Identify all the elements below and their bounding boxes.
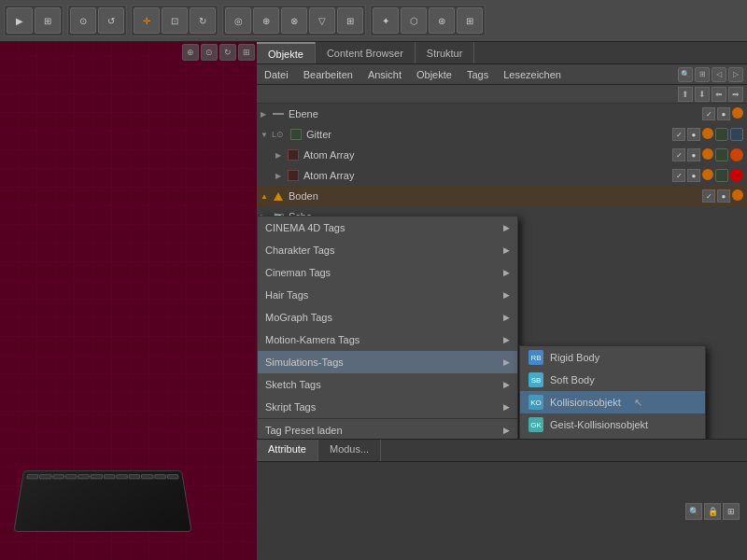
sub-kollisionsobjekt[interactable]: KO Kollisionsobjekt ↖: [520, 391, 705, 413]
search-icon-btn-1[interactable]: 🔍: [678, 67, 693, 82]
ctx-hair-tags[interactable]: Hair Tags ▶: [258, 284, 517, 306]
key: [52, 474, 64, 479]
obj-tag-aa2[interactable]: [715, 169, 728, 182]
obj-tag-aa1[interactable]: [715, 148, 728, 161]
obj-row-atomarray1[interactable]: ▶ Atom Array ✓ ●: [257, 145, 747, 165]
toolbar-btn-1[interactable]: ▶: [7, 7, 33, 34]
tab-struktur[interactable]: Struktur: [416, 42, 475, 63]
attr-tab-modus[interactable]: Modus...: [318, 440, 381, 461]
menu-objekte[interactable]: Objekte: [413, 67, 456, 82]
obj-tags-atomarray1: ✓ ●: [672, 148, 743, 161]
attr-toolbar: 🔍 🔒 ⊞: [685, 503, 740, 520]
attr-tab-bar: Attribute Modus...: [257, 440, 747, 462]
attr-tab-attribute[interactable]: Attribute: [257, 440, 318, 461]
ctx-mograph-tags[interactable]: MoGraph Tags ▶: [258, 306, 517, 329]
sub-soft-body[interactable]: SB Soft Body: [520, 369, 705, 391]
toolbar-btn-rotate[interactable]: ↻: [190, 7, 216, 34]
viewport-nav-btn-3[interactable]: ↻: [219, 44, 236, 61]
toolbar-btn-9[interactable]: ⊞: [337, 7, 363, 34]
menu-datei[interactable]: Datei: [261, 67, 292, 82]
toolbar-btn-11[interactable]: ⬡: [401, 7, 427, 34]
key: [116, 474, 128, 479]
ctx-arrow-6: ▶: [503, 357, 510, 367]
ko-icon-shape: KO: [529, 395, 543, 410]
viewport-nav-btn-4[interactable]: ⊞: [238, 44, 255, 61]
toolbar-btn-12[interactable]: ⊛: [429, 7, 455, 34]
ctx-sketch-tags[interactable]: Sketch Tags ▶: [258, 373, 517, 396]
obj-vis-gitter[interactable]: ●: [687, 128, 700, 141]
ctx-label-motion: Motion-Kamera Tags: [265, 334, 359, 345]
key: [26, 474, 38, 479]
nav-up-btn[interactable]: ⬆: [678, 87, 693, 102]
toolbar-btn-8[interactable]: ▽: [309, 7, 335, 34]
sub-rigid-body[interactable]: RB Rigid Body: [520, 346, 705, 369]
search-icon-btn-2[interactable]: ⊞: [695, 67, 710, 82]
toolbar-btn-3[interactable]: ⊙: [70, 7, 96, 34]
viewport-nav-btn-1[interactable]: ⊕: [182, 44, 199, 61]
obj-sphere-aa1: [730, 148, 743, 161]
ctx-charakter-tags[interactable]: Charakter Tags ▶: [258, 239, 517, 261]
ctx-arrow-2: ▶: [503, 268, 510, 277]
ctx-tag-preset[interactable]: Tag Preset laden ▶: [258, 418, 517, 439]
obj-check-boden[interactable]: ✓: [702, 189, 715, 203]
toolbar-btn-4[interactable]: ↺: [98, 7, 124, 34]
obj-vis-boden[interactable]: ●: [717, 189, 730, 203]
search-icon-btn-3[interactable]: ◁: [712, 67, 726, 82]
ctx-cineman-tags[interactable]: Cineman Tags ▶: [258, 261, 517, 284]
ctx-simulations-tags[interactable]: Simulations-Tags ▶: [258, 351, 517, 373]
menu-lesezeichen[interactable]: Lesezeichen: [500, 67, 565, 82]
menu-search-area: 🔍 ⊞ ◁ ▷: [678, 67, 743, 82]
obj-row-ebene[interactable]: ▶ Ebene ✓ ●: [257, 104, 747, 124]
tab-bar: Objekte Content Browser Struktur: [257, 42, 747, 64]
toolbar-btn-10[interactable]: ✦: [373, 7, 399, 34]
attr-toolbar-btn-3[interactable]: ⊞: [723, 503, 740, 520]
toolbar-btn-13[interactable]: ⊞: [457, 7, 483, 34]
sub-kleidung[interactable]: KL Kleidung: [520, 436, 705, 439]
obj-tags-boden: ✓ ●: [702, 189, 743, 203]
nav-right-btn[interactable]: ➡: [728, 87, 743, 102]
obj-tag3-gitter[interactable]: [730, 128, 743, 141]
obj-check-aa1[interactable]: ✓: [672, 148, 685, 161]
toolbar-group-4: ◎ ⊕ ⊗ ▽ ⊞: [222, 5, 366, 36]
attr-toolbar-btn-2[interactable]: 🔒: [704, 503, 721, 520]
obj-tag2-gitter[interactable]: [715, 128, 728, 141]
obj-check-aa2[interactable]: ✓: [672, 169, 685, 182]
ctx-arrow-9: ▶: [503, 426, 510, 435]
key: [103, 474, 115, 479]
obj-row-gitter[interactable]: ▼ L⊙ Gitter ✓ ●: [257, 124, 747, 145]
ctx-arrow-8: ▶: [503, 402, 510, 412]
menu-ansicht[interactable]: Ansicht: [364, 67, 405, 82]
toolbar-btn-2[interactable]: ⊞: [35, 7, 61, 34]
ctx-motion-kamera[interactable]: Motion-Kamera Tags ▶: [258, 329, 517, 351]
nav-left-btn[interactable]: ⬅: [712, 87, 726, 102]
menu-tags[interactable]: Tags: [463, 67, 492, 82]
menu-bearbeiten[interactable]: Bearbeiten: [300, 67, 357, 82]
toolbar-btn-scale[interactable]: ⊡: [162, 7, 188, 34]
ctx-skript-tags[interactable]: Skript Tags ▶: [258, 396, 517, 418]
obj-row-boden[interactable]: ▲ Boden ✓ ●: [257, 186, 747, 206]
objects-list: ▶ Ebene ✓ ● ▼ L⊙ Gitter ✓ ●: [257, 104, 747, 439]
obj-row-atomarray2[interactable]: ▶ Atom Array ✓ ●: [257, 165, 747, 186]
obj-vis-aa1[interactable]: ●: [687, 148, 700, 161]
obj-check-gitter[interactable]: ✓: [672, 128, 685, 141]
ctx-arrow-0: ▶: [503, 223, 510, 232]
nav-arrows: ⬆ ⬇ ⬅ ➡: [257, 85, 747, 104]
toolbar-btn-move[interactable]: ✛: [134, 7, 160, 34]
ctx-label-cinema4d: CINEMA 4D Tags: [265, 222, 345, 233]
obj-vis-aa2[interactable]: ●: [687, 169, 700, 182]
search-icon-btn-4[interactable]: ▷: [728, 67, 743, 82]
tab-content-browser[interactable]: Content Browser: [316, 42, 416, 63]
obj-check-ebene[interactable]: ✓: [702, 107, 715, 120]
ctx-label-sketch: Sketch Tags: [265, 379, 321, 390]
nav-down-btn[interactable]: ⬇: [695, 87, 710, 102]
viewport-nav-btn-2[interactable]: ⊙: [201, 44, 218, 61]
obj-vis-ebene[interactable]: ●: [717, 107, 730, 120]
toolbar-btn-7[interactable]: ⊗: [281, 7, 307, 34]
toolbar-btn-5[interactable]: ◎: [225, 7, 251, 34]
ctx-cinema4d-tags[interactable]: CINEMA 4D Tags ▶: [258, 217, 517, 239]
tab-objekte[interactable]: Objekte: [257, 42, 316, 63]
attr-toolbar-btn-1[interactable]: 🔍: [685, 503, 702, 520]
obj-icon-gitter: [289, 128, 303, 141]
sub-geist-kollision[interactable]: GK Geist-Kollisionsobjekt: [520, 413, 705, 436]
toolbar-btn-6[interactable]: ⊕: [253, 7, 279, 34]
